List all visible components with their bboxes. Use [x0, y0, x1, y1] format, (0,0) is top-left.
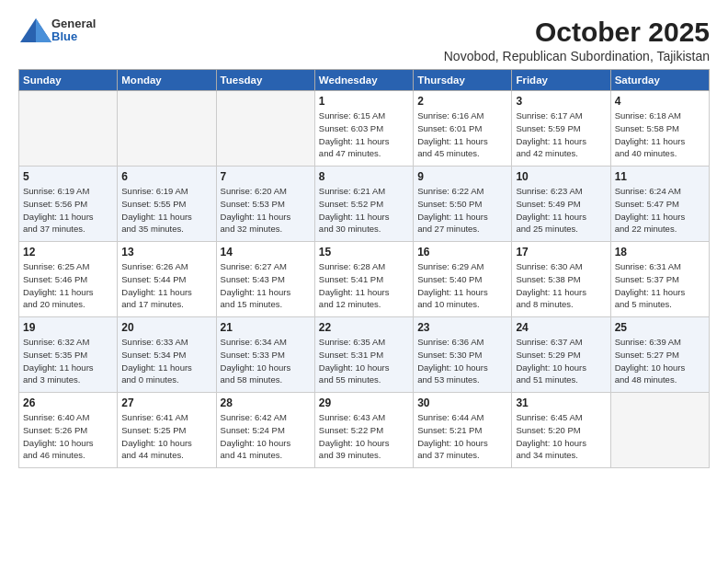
day-info: Sunrise: 6:24 AMSunset: 5:47 PMDaylight:…: [615, 185, 705, 236]
header-monday: Monday: [118, 70, 216, 91]
day-info: Sunrise: 6:30 AMSunset: 5:38 PMDaylight:…: [516, 260, 606, 311]
day-number: 13: [121, 246, 211, 259]
day-number: 24: [516, 321, 606, 334]
day-number: 17: [516, 246, 606, 259]
day-info: Sunrise: 6:15 AMSunset: 6:03 PMDaylight:…: [319, 109, 409, 160]
day-number: 31: [516, 396, 606, 409]
table-row: 9Sunrise: 6:22 AMSunset: 5:50 PMDaylight…: [414, 167, 512, 242]
table-row: 22Sunrise: 6:35 AMSunset: 5:31 PMDayligh…: [314, 317, 413, 393]
day-number: 25: [615, 321, 705, 334]
day-info: Sunrise: 6:41 AMSunset: 5:25 PMDaylight:…: [121, 411, 211, 462]
month-title: October 2025: [444, 17, 710, 47]
logo-icon: [18, 17, 48, 42]
table-row: 4Sunrise: 6:18 AMSunset: 5:58 PMDaylight…: [610, 91, 709, 167]
table-row: 12Sunrise: 6:25 AMSunset: 5:46 PMDayligh…: [19, 242, 118, 317]
day-number: 30: [417, 396, 507, 409]
table-row: [216, 91, 314, 167]
day-number: 16: [417, 246, 507, 259]
calendar-week-row: 26Sunrise: 6:40 AMSunset: 5:26 PMDayligh…: [19, 393, 710, 468]
day-info: Sunrise: 6:42 AMSunset: 5:24 PMDaylight:…: [221, 411, 311, 462]
day-number: 23: [417, 321, 507, 334]
header-saturday: Saturday: [610, 70, 709, 91]
day-info: Sunrise: 6:18 AMSunset: 5:58 PMDaylight:…: [615, 109, 705, 160]
table-row: 8Sunrise: 6:21 AMSunset: 5:52 PMDaylight…: [314, 167, 413, 242]
day-number: 2: [417, 95, 507, 108]
day-info: Sunrise: 6:40 AMSunset: 5:26 PMDaylight:…: [23, 411, 113, 462]
day-info: Sunrise: 6:36 AMSunset: 5:30 PMDaylight:…: [417, 336, 507, 386]
day-number: 4: [615, 95, 705, 108]
day-number: 20: [121, 321, 211, 334]
calendar-week-row: 5Sunrise: 6:19 AMSunset: 5:56 PMDaylight…: [19, 167, 710, 242]
day-number: 1: [319, 95, 409, 108]
table-row: [19, 91, 118, 167]
day-info: Sunrise: 6:33 AMSunset: 5:34 PMDaylight:…: [121, 336, 211, 386]
day-number: 28: [221, 396, 311, 409]
day-number: 5: [23, 170, 113, 183]
day-info: Sunrise: 6:43 AMSunset: 5:22 PMDaylight:…: [319, 411, 409, 462]
header-thursday: Thursday: [414, 70, 512, 91]
day-info: Sunrise: 6:26 AMSunset: 5:44 PMDaylight:…: [121, 260, 211, 311]
day-number: 22: [319, 321, 409, 334]
table-row: 31Sunrise: 6:45 AMSunset: 5:20 PMDayligh…: [512, 393, 610, 468]
day-number: 15: [319, 246, 409, 259]
table-row: [118, 91, 216, 167]
calendar-week-row: 12Sunrise: 6:25 AMSunset: 5:46 PMDayligh…: [19, 242, 710, 317]
table-row: 1Sunrise: 6:15 AMSunset: 6:03 PMDaylight…: [314, 91, 413, 167]
day-info: Sunrise: 6:32 AMSunset: 5:35 PMDaylight:…: [23, 336, 113, 386]
day-info: Sunrise: 6:17 AMSunset: 5:59 PMDaylight:…: [516, 109, 606, 160]
day-info: Sunrise: 6:37 AMSunset: 5:29 PMDaylight:…: [516, 336, 606, 386]
calendar-week-row: 1Sunrise: 6:15 AMSunset: 6:03 PMDaylight…: [19, 91, 710, 167]
day-info: Sunrise: 6:20 AMSunset: 5:53 PMDaylight:…: [221, 185, 311, 236]
table-row: 13Sunrise: 6:26 AMSunset: 5:44 PMDayligh…: [118, 242, 216, 317]
header-tuesday: Tuesday: [216, 70, 314, 91]
table-row: 16Sunrise: 6:29 AMSunset: 5:40 PMDayligh…: [414, 242, 512, 317]
location-title: Novobod, Republican Subordination, Tajik…: [444, 49, 710, 63]
day-info: Sunrise: 6:44 AMSunset: 5:21 PMDaylight:…: [417, 411, 507, 462]
table-row: 23Sunrise: 6:36 AMSunset: 5:30 PMDayligh…: [414, 317, 512, 393]
table-row: 26Sunrise: 6:40 AMSunset: 5:26 PMDayligh…: [19, 393, 118, 468]
table-row: 24Sunrise: 6:37 AMSunset: 5:29 PMDayligh…: [512, 317, 610, 393]
title-block: October 2025 Novobod, Republican Subordi…: [444, 17, 710, 63]
day-info: Sunrise: 6:45 AMSunset: 5:20 PMDaylight:…: [516, 411, 606, 462]
table-row: 5Sunrise: 6:19 AMSunset: 5:56 PMDaylight…: [19, 167, 118, 242]
table-row: 21Sunrise: 6:34 AMSunset: 5:33 PMDayligh…: [216, 317, 314, 393]
day-info: Sunrise: 6:34 AMSunset: 5:33 PMDaylight:…: [221, 336, 311, 386]
day-number: 9: [417, 170, 507, 183]
day-info: Sunrise: 6:39 AMSunset: 5:27 PMDaylight:…: [615, 336, 705, 386]
day-number: 18: [615, 246, 705, 259]
table-row: 11Sunrise: 6:24 AMSunset: 5:47 PMDayligh…: [610, 167, 709, 242]
day-info: Sunrise: 6:19 AMSunset: 5:56 PMDaylight:…: [23, 185, 113, 236]
day-number: 10: [516, 170, 606, 183]
table-row: 6Sunrise: 6:19 AMSunset: 5:55 PMDaylight…: [118, 167, 216, 242]
calendar-week-row: 19Sunrise: 6:32 AMSunset: 5:35 PMDayligh…: [19, 317, 710, 393]
day-number: 27: [121, 396, 211, 409]
day-info: Sunrise: 6:35 AMSunset: 5:31 PMDaylight:…: [319, 336, 409, 386]
table-row: 17Sunrise: 6:30 AMSunset: 5:38 PMDayligh…: [512, 242, 610, 317]
table-row: 29Sunrise: 6:43 AMSunset: 5:22 PMDayligh…: [314, 393, 413, 468]
table-row: 3Sunrise: 6:17 AMSunset: 5:59 PMDaylight…: [512, 91, 610, 167]
table-row: 14Sunrise: 6:27 AMSunset: 5:43 PMDayligh…: [216, 242, 314, 317]
logo-blue: Blue: [51, 30, 96, 43]
day-info: Sunrise: 6:27 AMSunset: 5:43 PMDaylight:…: [221, 260, 311, 311]
day-info: Sunrise: 6:23 AMSunset: 5:49 PMDaylight:…: [516, 185, 606, 236]
day-info: Sunrise: 6:31 AMSunset: 5:37 PMDaylight:…: [615, 260, 705, 311]
logo-text: General Blue: [51, 17, 96, 44]
header-friday: Friday: [512, 70, 610, 91]
day-info: Sunrise: 6:16 AMSunset: 6:01 PMDaylight:…: [417, 109, 507, 160]
day-number: 6: [121, 170, 211, 183]
day-number: 14: [221, 246, 311, 259]
day-info: Sunrise: 6:19 AMSunset: 5:55 PMDaylight:…: [121, 185, 211, 236]
day-number: 21: [221, 321, 311, 334]
svg-marker-1: [36, 18, 51, 42]
logo: General Blue: [18, 17, 96, 44]
day-info: Sunrise: 6:22 AMSunset: 5:50 PMDaylight:…: [417, 185, 507, 236]
table-row: 28Sunrise: 6:42 AMSunset: 5:24 PMDayligh…: [216, 393, 314, 468]
table-row: 27Sunrise: 6:41 AMSunset: 5:25 PMDayligh…: [118, 393, 216, 468]
table-row: 30Sunrise: 6:44 AMSunset: 5:21 PMDayligh…: [414, 393, 512, 468]
page: General Blue October 2025 Novobod, Repub…: [0, 0, 728, 563]
logo-general: General: [51, 17, 96, 30]
table-row: 20Sunrise: 6:33 AMSunset: 5:34 PMDayligh…: [118, 317, 216, 393]
day-info: Sunrise: 6:21 AMSunset: 5:52 PMDaylight:…: [319, 185, 409, 236]
day-number: 19: [23, 321, 113, 334]
table-row: 10Sunrise: 6:23 AMSunset: 5:49 PMDayligh…: [512, 167, 610, 242]
